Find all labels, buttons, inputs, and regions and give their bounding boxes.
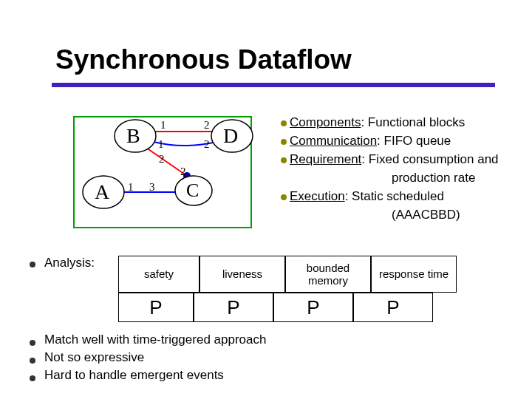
rate-bc-src: 2 xyxy=(159,153,165,166)
check-response: P xyxy=(353,293,433,322)
desc-communication: : FIFO queue xyxy=(377,134,451,148)
bullet-icon xyxy=(30,375,35,381)
bullet-icon xyxy=(281,157,287,163)
node-b: B xyxy=(126,124,140,148)
check-bounded: P xyxy=(273,293,353,322)
rate-bd2-src: 1 xyxy=(158,138,164,151)
node-a: A xyxy=(95,180,109,204)
remarks-list: Match well with time-triggered approach … xyxy=(30,332,266,386)
list-item-cont: production rate xyxy=(281,170,525,187)
rate-bd-dst: 2 xyxy=(204,119,210,132)
analysis-table: safety liveness bounded memory response … xyxy=(118,256,457,322)
list-item: Requirement: Fixed consumption and xyxy=(281,151,525,168)
remark-3: Hard to handle emergent events xyxy=(44,368,224,383)
col-response: response time xyxy=(371,256,457,293)
rate-bc-dst: 2 xyxy=(180,166,186,178)
check-safety: P xyxy=(118,293,194,322)
desc-execution: : Static scheduled xyxy=(345,189,444,203)
remark-2: Not so expressive xyxy=(44,350,144,365)
list-item-cont: (AAACBBD) xyxy=(281,207,525,224)
slide-title: Synchronous Dataflow xyxy=(55,44,352,75)
bullet-icon xyxy=(281,194,287,200)
bullet-icon xyxy=(281,139,287,145)
col-liveness: liveness xyxy=(200,256,285,293)
list-item: Execution: Static scheduled xyxy=(281,188,525,205)
term-execution: Execution xyxy=(290,189,345,203)
rate-bd2-dst: 2 xyxy=(204,138,210,151)
list-item: Communication: FIFO queue xyxy=(281,133,525,150)
analysis-label: Analysis: xyxy=(44,256,118,270)
desc-execution-cont: (AAACBBD) xyxy=(392,207,460,224)
desc-requirement: : Fixed consumption and xyxy=(361,152,498,166)
list-item: Match well with time-triggered approach xyxy=(30,332,266,347)
check-liveness: P xyxy=(194,293,273,322)
col-safety: safety xyxy=(118,256,200,293)
properties-list: Components: Functional blocks Communicat… xyxy=(281,115,525,225)
term-components: Components xyxy=(290,115,361,129)
desc-requirement-cont: production rate xyxy=(392,170,475,187)
rate-ac-dst: 3 xyxy=(149,181,155,194)
desc-components: : Functional blocks xyxy=(361,115,465,129)
rate-bd-src: 1 xyxy=(160,119,166,132)
bullet-icon xyxy=(281,120,287,126)
node-c: C xyxy=(186,180,199,202)
list-item: Not so expressive xyxy=(30,350,266,365)
list-item: Hard to handle emergent events xyxy=(30,368,266,383)
remark-1: Match well with time-triggered approach xyxy=(44,332,266,347)
table-row: P P P P xyxy=(118,293,457,322)
term-requirement: Requirement xyxy=(290,152,361,166)
term-communication: Communication xyxy=(290,134,377,148)
analysis-section: Analysis: safety liveness bounded memory… xyxy=(30,256,517,327)
col-bounded: bounded memory xyxy=(285,256,371,293)
list-item: Components: Functional blocks xyxy=(281,115,525,132)
dataflow-diagram: B D A C 1 2 1 2 2 2 1 3 xyxy=(72,111,265,236)
bullet-icon xyxy=(30,358,35,364)
bullet-icon xyxy=(30,262,35,267)
rate-ac-src: 1 xyxy=(128,181,134,194)
title-underline xyxy=(52,83,495,87)
node-d: D xyxy=(223,124,238,148)
slide: Synchronous Dataflow B D A C xyxy=(0,0,532,399)
table-header-row: safety liveness bounded memory response … xyxy=(118,256,457,293)
bullet-icon xyxy=(30,340,35,346)
